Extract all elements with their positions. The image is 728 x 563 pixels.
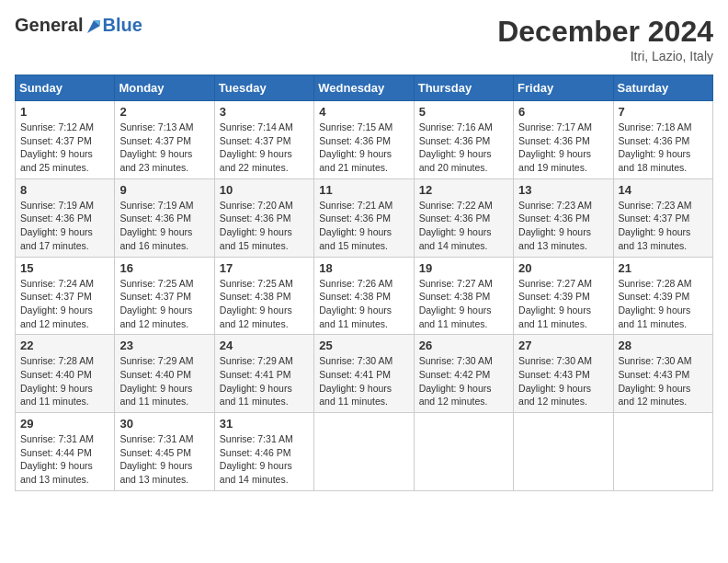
- day-number: 21: [619, 261, 708, 275]
- calendar-table: Sunday Monday Tuesday Wednesday Thursday…: [15, 75, 713, 491]
- empty-cell: [613, 413, 712, 491]
- day-cell-4: 4Sunrise: 7:15 AMSunset: 4:36 PMDaylight…: [314, 101, 414, 179]
- day-cell-11: 11Sunrise: 7:21 AMSunset: 4:36 PMDayligh…: [314, 178, 414, 257]
- day-cell-26: 26Sunrise: 7:30 AMSunset: 4:42 PMDayligh…: [414, 335, 513, 413]
- header-saturday: Saturday: [613, 75, 712, 101]
- calendar-week-row: 22Sunrise: 7:28 AMSunset: 4:40 PMDayligh…: [16, 335, 713, 413]
- day-number: 5: [419, 105, 508, 119]
- day-cell-13: 13Sunrise: 7:23 AMSunset: 4:36 PMDayligh…: [514, 178, 613, 257]
- day-info: Sunrise: 7:20 AMSunset: 4:36 PMDaylight:…: [220, 199, 309, 253]
- calendar-week-row: 8Sunrise: 7:19 AMSunset: 4:36 PMDaylight…: [16, 178, 713, 257]
- location: Itri, Lazio, Italy: [497, 49, 713, 63]
- day-cell-7: 7Sunrise: 7:18 AMSunset: 4:36 PMDaylight…: [613, 101, 712, 179]
- day-info: Sunrise: 7:21 AMSunset: 4:36 PMDaylight:…: [319, 199, 408, 253]
- day-cell-8: 8Sunrise: 7:19 AMSunset: 4:36 PMDaylight…: [16, 178, 115, 257]
- empty-cell: [314, 413, 414, 491]
- day-number: 22: [20, 339, 109, 352]
- day-number: 12: [419, 183, 508, 197]
- day-number: 11: [319, 183, 408, 197]
- day-number: 23: [119, 339, 209, 352]
- day-cell-12: 12Sunrise: 7:22 AMSunset: 4:36 PMDayligh…: [414, 178, 513, 257]
- day-number: 31: [220, 417, 309, 431]
- calendar-week-row: 29Sunrise: 7:31 AMSunset: 4:44 PMDayligh…: [16, 413, 713, 491]
- day-number: 20: [518, 261, 608, 275]
- day-info: Sunrise: 7:13 AMSunset: 4:37 PMDaylight:…: [119, 121, 209, 175]
- day-info: Sunrise: 7:14 AMSunset: 4:37 PMDaylight:…: [220, 121, 309, 175]
- header-sunday: Sunday: [16, 75, 115, 101]
- day-info: Sunrise: 7:18 AMSunset: 4:36 PMDaylight:…: [619, 121, 708, 175]
- header-monday: Monday: [115, 75, 214, 101]
- day-number: 2: [119, 105, 209, 119]
- day-info: Sunrise: 7:25 AMSunset: 4:38 PMDaylight:…: [220, 277, 309, 331]
- day-cell-27: 27Sunrise: 7:30 AMSunset: 4:43 PMDayligh…: [514, 335, 613, 413]
- day-info: Sunrise: 7:23 AMSunset: 4:36 PMDaylight:…: [518, 199, 608, 253]
- page-header: General Blue December 2024 Itri, Lazio, …: [15, 15, 713, 63]
- day-number: 29: [20, 417, 109, 431]
- day-info: Sunrise: 7:31 AMSunset: 4:44 PMDaylight:…: [20, 432, 109, 487]
- month-title: December 2024: [497, 15, 713, 49]
- day-number: 16: [119, 261, 209, 275]
- day-cell-22: 22Sunrise: 7:28 AMSunset: 4:40 PMDayligh…: [16, 335, 115, 413]
- day-info: Sunrise: 7:27 AMSunset: 4:38 PMDaylight:…: [419, 277, 508, 331]
- day-cell-5: 5Sunrise: 7:16 AMSunset: 4:36 PMDaylight…: [414, 101, 513, 179]
- day-number: 18: [319, 261, 408, 275]
- day-info: Sunrise: 7:30 AMSunset: 4:43 PMDaylight:…: [518, 354, 608, 408]
- day-cell-28: 28Sunrise: 7:30 AMSunset: 4:43 PMDayligh…: [613, 335, 712, 413]
- day-number: 7: [619, 105, 708, 119]
- logo-text-general: General: [15, 15, 83, 35]
- day-info: Sunrise: 7:16 AMSunset: 4:36 PMDaylight:…: [419, 121, 508, 175]
- day-number: 30: [119, 417, 209, 431]
- day-info: Sunrise: 7:31 AMSunset: 4:45 PMDaylight:…: [119, 432, 209, 487]
- day-cell-18: 18Sunrise: 7:26 AMSunset: 4:38 PMDayligh…: [314, 257, 414, 335]
- day-cell-2: 2Sunrise: 7:13 AMSunset: 4:37 PMDaylight…: [115, 101, 214, 179]
- day-cell-31: 31Sunrise: 7:31 AMSunset: 4:46 PMDayligh…: [214, 413, 313, 491]
- day-number: 8: [20, 183, 109, 197]
- header-friday: Friday: [514, 75, 613, 101]
- day-info: Sunrise: 7:29 AMSunset: 4:41 PMDaylight:…: [220, 354, 309, 408]
- day-info: Sunrise: 7:12 AMSunset: 4:37 PMDaylight:…: [20, 121, 109, 175]
- day-info: Sunrise: 7:30 AMSunset: 4:42 PMDaylight:…: [419, 354, 508, 408]
- day-cell-25: 25Sunrise: 7:30 AMSunset: 4:41 PMDayligh…: [314, 335, 414, 413]
- day-cell-20: 20Sunrise: 7:27 AMSunset: 4:39 PMDayligh…: [514, 257, 613, 335]
- day-number: 14: [619, 183, 708, 197]
- day-cell-1: 1Sunrise: 7:12 AMSunset: 4:37 PMDaylight…: [16, 101, 115, 179]
- day-cell-21: 21Sunrise: 7:28 AMSunset: 4:39 PMDayligh…: [613, 257, 712, 335]
- weekday-header-row: Sunday Monday Tuesday Wednesday Thursday…: [16, 75, 713, 101]
- empty-cell: [514, 413, 613, 491]
- day-info: Sunrise: 7:26 AMSunset: 4:38 PMDaylight:…: [319, 277, 408, 331]
- logo-icon: [84, 17, 104, 37]
- day-number: 9: [119, 183, 209, 197]
- day-number: 26: [419, 339, 508, 352]
- day-info: Sunrise: 7:28 AMSunset: 4:39 PMDaylight:…: [619, 277, 708, 331]
- day-info: Sunrise: 7:19 AMSunset: 4:36 PMDaylight:…: [20, 199, 109, 253]
- calendar-week-row: 15Sunrise: 7:24 AMSunset: 4:37 PMDayligh…: [16, 257, 713, 335]
- day-number: 24: [220, 339, 309, 352]
- day-cell-30: 30Sunrise: 7:31 AMSunset: 4:45 PMDayligh…: [115, 413, 214, 491]
- day-cell-24: 24Sunrise: 7:29 AMSunset: 4:41 PMDayligh…: [214, 335, 313, 413]
- day-info: Sunrise: 7:23 AMSunset: 4:37 PMDaylight:…: [619, 199, 708, 253]
- day-number: 15: [20, 261, 109, 275]
- day-info: Sunrise: 7:29 AMSunset: 4:40 PMDaylight:…: [119, 354, 209, 408]
- day-number: 19: [419, 261, 508, 275]
- empty-cell: [414, 413, 513, 491]
- day-info: Sunrise: 7:22 AMSunset: 4:36 PMDaylight:…: [419, 199, 508, 253]
- header-tuesday: Tuesday: [214, 75, 313, 101]
- day-number: 25: [319, 339, 408, 352]
- calendar-week-row: 1Sunrise: 7:12 AMSunset: 4:37 PMDaylight…: [16, 101, 713, 179]
- day-number: 3: [220, 105, 309, 119]
- day-info: Sunrise: 7:24 AMSunset: 4:37 PMDaylight:…: [20, 277, 109, 331]
- day-number: 1: [20, 105, 109, 119]
- day-cell-23: 23Sunrise: 7:29 AMSunset: 4:40 PMDayligh…: [115, 335, 214, 413]
- title-block: December 2024 Itri, Lazio, Italy: [497, 15, 713, 63]
- day-info: Sunrise: 7:19 AMSunset: 4:36 PMDaylight:…: [119, 199, 209, 253]
- day-info: Sunrise: 7:15 AMSunset: 4:36 PMDaylight:…: [319, 121, 408, 175]
- day-cell-16: 16Sunrise: 7:25 AMSunset: 4:37 PMDayligh…: [115, 257, 214, 335]
- day-cell-3: 3Sunrise: 7:14 AMSunset: 4:37 PMDaylight…: [214, 101, 313, 179]
- day-number: 17: [220, 261, 309, 275]
- day-cell-19: 19Sunrise: 7:27 AMSunset: 4:38 PMDayligh…: [414, 257, 513, 335]
- day-cell-17: 17Sunrise: 7:25 AMSunset: 4:38 PMDayligh…: [214, 257, 313, 335]
- header-thursday: Thursday: [414, 75, 513, 101]
- day-number: 13: [518, 183, 608, 197]
- day-cell-6: 6Sunrise: 7:17 AMSunset: 4:36 PMDaylight…: [514, 101, 613, 179]
- day-number: 27: [518, 339, 608, 352]
